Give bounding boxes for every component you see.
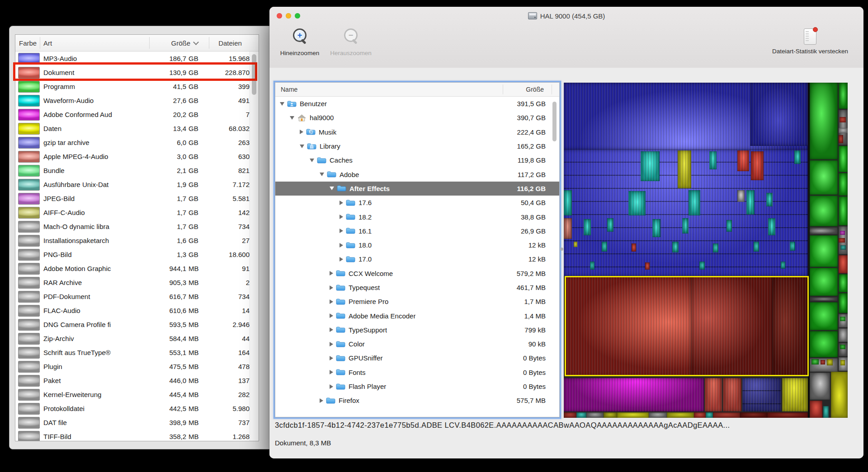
treemap-block[interactable] [709, 151, 717, 169]
treemap-block[interactable] [839, 173, 848, 196]
tree-row[interactable]: 17.650,4 GB [275, 196, 559, 210]
tree-row[interactable]: 16.126,9 GB [275, 224, 559, 238]
treemap-block[interactable] [839, 135, 843, 143]
disclosure-closed-icon[interactable] [320, 398, 323, 403]
treemap-block[interactable] [737, 150, 749, 171]
tree-row[interactable]: Adobe117,2 GB [275, 167, 559, 181]
disclosure-closed-icon[interactable] [330, 299, 333, 304]
tree-column-groesse[interactable]: Größe [526, 83, 544, 96]
tree-row[interactable]: GPUSniffer0 Bytes [275, 351, 559, 365]
file-type-row[interactable]: Adobe Conformed Aud20,2GB7 [15, 107, 259, 122]
tree-row[interactable]: CCX Welcome579,2 MB [275, 266, 559, 280]
treemap-block[interactable] [737, 190, 745, 202]
disclosure-open-icon[interactable] [290, 116, 294, 120]
treemap-block[interactable] [840, 117, 846, 122]
file-type-row[interactable]: Protokolldatei442,5MB5.980 [15, 402, 259, 416]
treemap-block[interactable] [602, 242, 607, 252]
treemap-block[interactable] [782, 378, 808, 411]
treemap-block[interactable] [754, 242, 759, 252]
treemap[interactable] [564, 83, 848, 418]
file-type-row[interactable]: Bundle2,1GB821 [15, 164, 259, 178]
column-header-groesse[interactable]: Größe [151, 35, 198, 51]
treemap-block[interactable] [810, 373, 830, 400]
tree-row[interactable]: 18.012 kB [275, 238, 559, 252]
file-type-scrollbar[interactable] [250, 51, 259, 441]
treemap-block[interactable] [810, 196, 838, 226]
treemap-block[interactable] [840, 231, 845, 235]
treemap-block[interactable] [604, 412, 617, 418]
file-type-row[interactable]: JPEG-Bild1,7GB5.581 [15, 192, 259, 206]
disclosure-closed-icon[interactable] [330, 370, 333, 374]
treemap-block[interactable] [576, 412, 586, 418]
treemap-block[interactable] [652, 219, 660, 237]
treemap-block[interactable] [831, 372, 848, 418]
zoom-out-button[interactable]: Herauszoomen [325, 28, 377, 56]
treemap-block[interactable] [810, 160, 838, 195]
tree-row[interactable]: Adobe Media Encoder1,4 MB [275, 308, 559, 322]
treemap-block[interactable] [840, 360, 845, 365]
file-type-row[interactable]: Mach-O dynamic libra1,7GB734 [15, 220, 259, 234]
file-type-row[interactable]: gzip tar archive6,0GB263 [15, 136, 259, 150]
treemap-block[interactable] [810, 268, 838, 296]
tree-column-name[interactable]: Name [281, 83, 297, 96]
treemap-block[interactable] [839, 196, 848, 225]
file-type-row[interactable]: DAT file398,9MB737 [15, 416, 259, 430]
column-header-dateien[interactable]: Dateien [211, 35, 250, 51]
treemap-block[interactable] [768, 218, 775, 235]
treemap-block[interactable] [645, 262, 650, 270]
treemap-block[interactable] [699, 262, 705, 270]
treemap-block[interactable] [607, 218, 613, 232]
treemap-block[interactable] [839, 274, 848, 292]
treemap-block[interactable] [839, 83, 848, 109]
tree-row[interactable]: Fonts0 Bytes [275, 365, 559, 379]
file-type-row[interactable]: Zip-Archiv584,4MB44 [15, 332, 259, 346]
treemap-block[interactable] [723, 378, 741, 411]
disclosure-closed-icon[interactable] [300, 130, 303, 134]
treemap-block[interactable] [689, 190, 700, 215]
treemap-block[interactable] [840, 317, 845, 321]
treemap-block[interactable] [810, 297, 838, 301]
treemap-block[interactable] [584, 219, 591, 235]
tree-scrollbar-thumb[interactable] [552, 102, 557, 141]
disclosure-open-icon[interactable] [300, 145, 304, 148]
tree-row[interactable]: Typequest461,7 MB [275, 280, 559, 294]
treemap-block[interactable] [586, 412, 604, 418]
tree-row[interactable]: Musik222,4 GB [275, 125, 559, 139]
titlebar[interactable]: HAL 9000 (454,5 GB) [269, 7, 863, 25]
treemap-block[interactable] [766, 193, 773, 206]
file-type-row[interactable]: RAR Archive905,3MB2 [15, 276, 259, 290]
file-type-row[interactable]: Apple MPEG-4-Audio3,0GB630 [15, 150, 259, 164]
tree-row[interactable]: Premiere Pro1,7 MB [275, 294, 559, 308]
treemap-block[interactable] [839, 293, 848, 313]
tree-row[interactable]: Flash Player0 Bytes [275, 379, 559, 393]
disclosure-closed-icon[interactable] [330, 285, 333, 290]
tree-row[interactable]: Library165,2 GB [275, 139, 559, 153]
treemap-block[interactable] [628, 191, 646, 215]
treemap-block[interactable] [564, 412, 576, 418]
treemap-block[interactable] [810, 83, 838, 159]
treemap-block[interactable] [810, 227, 838, 234]
treemap-block[interactable] [839, 238, 845, 243]
file-type-row[interactable]: PDF-Dokument616,7MB734 [15, 290, 259, 304]
tree-row[interactable]: 18.238,8 GB [275, 210, 559, 224]
toggle-statistics-button[interactable]: Dateiart-Statistik verstecken [760, 28, 860, 55]
treemap-block[interactable] [713, 412, 740, 418]
treemap-block[interactable] [810, 302, 838, 330]
treemap-block[interactable] [726, 220, 732, 232]
disclosure-closed-icon[interactable] [340, 257, 343, 262]
file-type-row[interactable]: AIFF-C-Audio1,7GB142 [15, 206, 259, 220]
tree-row[interactable]: hal9000390,7 GB [275, 111, 559, 125]
treemap-block[interactable] [678, 150, 691, 188]
file-type-row[interactable]: Kernel-Erweiterung445,4MB282 [15, 388, 259, 402]
treemap-block[interactable] [564, 218, 572, 239]
file-type-row[interactable]: Plugin475,5MB478 [15, 360, 259, 374]
tree-row[interactable]: After Effects116,2 GB [275, 182, 559, 196]
file-type-row[interactable]: Paket446,0MB137 [15, 374, 259, 388]
tree-row[interactable]: Color90 kB [275, 337, 559, 351]
treemap-block[interactable] [694, 412, 706, 418]
treemap-block[interactable] [617, 412, 649, 418]
treemap-block[interactable] [750, 83, 808, 146]
disclosure-closed-icon[interactable] [330, 327, 333, 332]
disclosure-closed-icon[interactable] [330, 271, 333, 276]
disclosure-closed-icon[interactable] [330, 384, 333, 389]
